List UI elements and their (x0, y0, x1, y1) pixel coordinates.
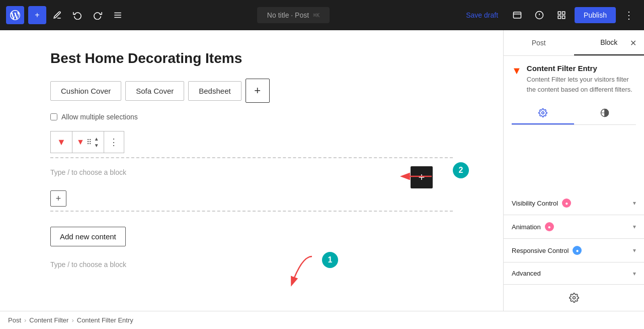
block-plus-row: + (50, 186, 453, 207)
advanced-title: Advanced (512, 270, 541, 277)
svg-point-13 (542, 112, 544, 114)
add-block-button[interactable]: + (28, 6, 46, 24)
editor-area: Best Home Decorating Items Cushion Cover… (0, 30, 503, 311)
svg-rect-9 (562, 12, 565, 14)
settings-button[interactable] (552, 6, 571, 24)
gear-icon (538, 108, 547, 117)
animation-chevron: ▾ (633, 223, 636, 230)
block-add-button[interactable]: + (50, 190, 66, 207)
responsive-control-header[interactable]: Responsive Control ● ▾ (504, 239, 644, 262)
publish-button[interactable]: Publish (575, 7, 616, 23)
annotation-1: 1 (322, 252, 338, 268)
visibility-control-label: Visibility Control (512, 200, 558, 207)
filter-up-arrow[interactable]: ▲ (94, 136, 100, 142)
main-layout: Best Home Decorating Items Cushion Cover… (0, 30, 644, 311)
annotation-2: 2 (453, 162, 469, 178)
bottom-gear-icon[interactable] (569, 293, 579, 303)
allow-multiple-label: Allow multiple selections (61, 113, 138, 121)
contrast-icon (600, 108, 609, 117)
divider-top (50, 157, 453, 158)
filter-menu-button[interactable]: ⋮ (104, 131, 124, 153)
jetpack-button[interactable] (530, 6, 548, 24)
undo-button[interactable] (68, 6, 87, 24)
filter-icon-box[interactable]: ▼ (50, 131, 72, 153)
filter-drag-box[interactable]: ▼ ⠿ ▲ ▼ (72, 131, 104, 153)
breadcrumb-content-filter[interactable]: Content Filter (29, 316, 68, 324)
filter-icon: ▼ (57, 137, 66, 148)
filter-drag-icon: ▼ (76, 138, 85, 147)
responsive-control-title: Responsive Control ● (512, 246, 582, 255)
divider-bottom (50, 211, 453, 212)
allow-multiple-checkbox[interactable] (50, 113, 57, 120)
svg-rect-10 (562, 16, 565, 19)
breadcrumb-sep-1: › (24, 316, 26, 324)
save-draft-button[interactable]: Save draft (460, 8, 504, 22)
drag-dots-icon: ⠿ (87, 138, 92, 146)
wp-logo[interactable] (6, 6, 24, 24)
filter-tab-sofa[interactable]: Sofa Cover (125, 81, 184, 101)
advanced-header[interactable]: Advanced ▾ (504, 262, 644, 284)
visibility-control-title: Visibility Control ● (512, 199, 571, 208)
advanced-label: Advanced (512, 270, 541, 277)
breadcrumb: Post › Content Filter › Content Filter E… (0, 311, 644, 329)
filter-down-arrow[interactable]: ▼ (94, 143, 100, 149)
filter-arrows: ▲ ▼ (94, 136, 100, 149)
cfe-filter-icon: ▼ (512, 65, 522, 77)
post-title-shortcut: ⌘K (313, 12, 319, 19)
cfe-desc: Content Filter lets your visitors filter… (527, 75, 636, 94)
panel-style-tab[interactable] (574, 102, 636, 124)
breadcrumb-sep-2: › (71, 316, 73, 324)
advanced-section: Advanced ▾ (504, 262, 644, 285)
animation-header[interactable]: Animation ● ▾ (504, 215, 644, 238)
type-block-area: Type / to choose a block + 2 (50, 162, 453, 182)
panel-close-button[interactable]: ✕ (626, 36, 640, 50)
responsive-control-label: Responsive Control (512, 247, 569, 254)
add-new-content-button[interactable]: Add new content (50, 227, 126, 246)
add-filter-tab-button[interactable]: + (246, 79, 270, 103)
arrow-2 (397, 171, 433, 181)
breadcrumb-post[interactable]: Post (8, 316, 21, 324)
type-block-text2: Type / to choose a block (50, 254, 453, 275)
panel-icon-tabs (512, 102, 636, 125)
type-block-text: Type / to choose a block (50, 162, 453, 182)
right-panel: Post Block ✕ ▼ Content Filter Entry Cont… (503, 30, 644, 311)
animation-section: Animation ● ▾ (504, 215, 644, 239)
add-content-section: Add new content Type / to choose a block (50, 227, 453, 275)
cfe-title: Content Filter Entry (527, 64, 636, 73)
animation-label: Animation (512, 223, 541, 231)
tools-button[interactable] (48, 6, 66, 24)
panel-settings-tab[interactable] (512, 102, 574, 124)
responsive-icon: ● (573, 246, 582, 255)
toolbar-right: Save draft Publish ⋮ (460, 6, 638, 24)
toolbar-center: No title · Post ⌘K (129, 7, 458, 23)
responsive-control-section: Responsive Control ● ▾ (504, 239, 644, 262)
document-overview-button[interactable] (109, 6, 127, 24)
svg-rect-3 (514, 12, 521, 18)
responsive-chevron: ▾ (633, 247, 636, 254)
tab-post[interactable]: Post (504, 30, 574, 55)
more-options-button[interactable]: ⋮ (620, 6, 638, 24)
svg-rect-11 (558, 16, 560, 19)
visibility-control-section: Visibility Control ● ▾ (504, 191, 644, 215)
svg-rect-8 (558, 12, 560, 14)
cfe-info: Content Filter Entry Content Filter lets… (527, 64, 636, 94)
advanced-chevron: ▾ (633, 270, 636, 277)
animation-title: Animation ● (512, 222, 554, 231)
redo-button[interactable] (89, 6, 107, 24)
cfe-header: ▼ Content Filter Entry Content Filter le… (512, 64, 636, 94)
panel-tabs: Post Block ✕ (504, 30, 644, 56)
main-toolbar: + No title · Post ⌘K Save draft Publish … (0, 0, 644, 30)
visibility-icon: ● (562, 199, 571, 208)
svg-point-15 (573, 297, 575, 299)
visibility-control-header[interactable]: Visibility Control ● ▾ (504, 191, 644, 215)
post-title-button[interactable]: No title · Post ⌘K (257, 7, 330, 23)
visibility-chevron: ▾ (633, 200, 636, 207)
animation-icon: ● (545, 222, 554, 231)
filter-tab-bedsheet[interactable]: Bedsheet (188, 81, 241, 101)
post-title-text: No title · Post (267, 11, 309, 19)
page-title: Best Home Decorating Items (50, 50, 453, 67)
view-button[interactable] (508, 6, 526, 24)
allow-multiple-row: Allow multiple selections (50, 113, 453, 121)
filter-controls-container: ▼ ▼ ⠿ ▲ ▼ ⋮ Type / to choose a block (50, 131, 453, 212)
filter-tab-cushion[interactable]: Cushion Cover (50, 81, 121, 101)
